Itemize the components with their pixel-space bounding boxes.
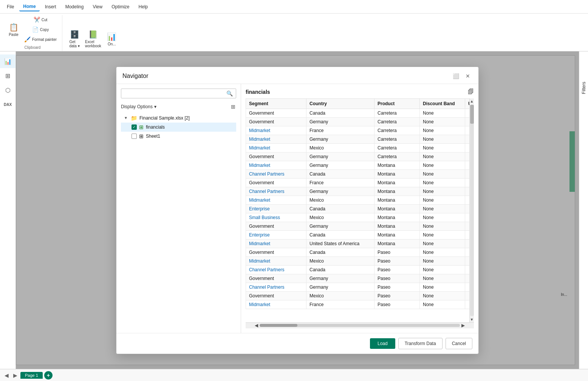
cell-discount_band-13: None <box>420 222 465 230</box>
cell-units-5 <box>465 152 470 161</box>
copy-button[interactable]: 📄 Copy <box>22 25 59 34</box>
cell-country-20: Germany <box>306 283 374 291</box>
clipboard-label: Clipboard <box>25 45 41 50</box>
col-discount-band[interactable]: Discount Band <box>420 98 465 109</box>
tree-item-financials[interactable]: ✓ ⊞ financials <box>121 123 236 132</box>
on-data-button[interactable]: 📊 On... <box>104 31 119 48</box>
cell-country-3: Germany <box>306 135 374 143</box>
horizontal-scrollbar[interactable]: ◀ ▶ <box>246 322 474 328</box>
cell-discount_band-6: None <box>420 161 465 170</box>
table-row: GovernmentGermanyCarreteraNone <box>246 152 470 161</box>
cancel-button[interactable]: Cancel <box>446 338 472 349</box>
table-header-row: Segment Country Product Discount Band Un… <box>246 98 470 109</box>
dax-view-button[interactable]: DAX <box>0 98 15 111</box>
excel-workbook-button[interactable]: 📗 Excelworkbook <box>83 28 104 50</box>
view-toggle-button[interactable]: ⊞ <box>230 103 236 110</box>
menu-file[interactable]: File <box>3 3 18 11</box>
cell-discount_band-8: None <box>420 178 465 187</box>
cell-discount_band-14: None <box>420 230 465 239</box>
main-content: 📊 ⊞ ⬡ DAX In... Navigator ⬜ ✕ <box>0 51 588 369</box>
cell-discount_band-19: None <box>420 274 465 283</box>
add-page-button[interactable]: + <box>44 371 53 379</box>
table-row: Channel PartnersGermanyPaseoNone <box>246 283 470 291</box>
cell-units-8 <box>465 178 470 187</box>
menu-modeling[interactable]: Modeling <box>62 3 88 11</box>
table-row: MidmarketUnited States of AmericaMontana… <box>246 239 470 248</box>
menu-bar: File Home Insert Modeling View Optimize … <box>0 0 588 14</box>
menu-home[interactable]: Home <box>19 2 39 11</box>
table-row: Small BusinessMexicoMontanaNone <box>246 213 470 222</box>
scroll-down-arrow[interactable]: ▼ <box>469 317 474 322</box>
dialog-titlebar: Navigator ⬜ ✕ <box>116 67 478 84</box>
table-row: MidmarketFrancePaseoNone <box>246 300 470 309</box>
format-painter-button[interactable]: 🖌️ Format painter <box>22 35 59 44</box>
bottom-bar: ◀ ▶ Page 1 + <box>0 369 588 381</box>
page-tab[interactable]: Page 1 <box>20 372 43 379</box>
cell-discount_band-22: None <box>420 300 465 309</box>
navigator-dialog: Navigator ⬜ ✕ 🔍 <box>116 67 479 354</box>
cell-segment-18: Channel Partners <box>246 265 306 274</box>
dialog-close-button[interactable]: ✕ <box>463 72 472 81</box>
menu-help[interactable]: Help <box>135 3 152 11</box>
menu-insert[interactable]: Insert <box>41 3 60 11</box>
cell-product-10: Montana <box>374 196 420 204</box>
menu-optimize[interactable]: Optimize <box>108 3 133 11</box>
ribbon-group-clipboard: 📋 Paste ✂️ Cut 📄 Copy 🖌️ Format painter … <box>3 15 62 51</box>
search-box[interactable]: 🔍 <box>121 89 236 98</box>
sheet1-checkbox[interactable] <box>132 134 137 139</box>
get-data-button[interactable]: 🗄️ Getdata ▾ <box>67 28 82 50</box>
cell-product-21: Paseo <box>374 291 420 300</box>
table-row: Channel PartnersCanadaPaseoNone <box>246 265 470 274</box>
scroll-track[interactable] <box>260 324 460 327</box>
table-row: Channel PartnersGermanyMontanaNone <box>246 187 470 196</box>
cell-units-12 <box>465 213 470 222</box>
scroll-up-arrow[interactable]: ▲ <box>469 98 474 104</box>
cell-country-18: Canada <box>306 265 374 274</box>
table-scroll-wrapper[interactable]: Segment Country Product Discount Band Un… <box>246 98 469 322</box>
search-input[interactable] <box>124 91 226 96</box>
cell-country-10: Mexico <box>306 196 374 204</box>
dialog-controls: ⬜ ✕ <box>451 72 472 81</box>
table-row: MidmarketMexicoPaseoNone <box>246 257 470 265</box>
search-icon[interactable]: 🔍 <box>226 90 233 96</box>
financials-checkbox[interactable]: ✓ <box>132 124 137 130</box>
table-with-scroll: Segment Country Product Discount Band Un… <box>246 98 474 322</box>
tree-root-item[interactable]: ▼ 📁 Financial Sample.xlsx [2] <box>121 114 236 123</box>
vert-scroll-track[interactable] <box>470 105 474 316</box>
dialog-restore-button[interactable]: ⬜ <box>451 72 460 81</box>
paste-button[interactable]: 📋 Paste <box>6 21 21 38</box>
cell-product-3: Carretera <box>374 135 420 143</box>
cell-units-2 <box>465 126 470 135</box>
cell-discount_band-5: None <box>420 152 465 161</box>
cell-country-4: Mexico <box>306 143 374 152</box>
display-options-button[interactable]: Display Options ▾ <box>121 104 156 109</box>
cell-units-4 <box>465 143 470 152</box>
cell-discount_band-3: None <box>420 135 465 143</box>
model-view-button[interactable]: ⬡ <box>0 83 15 97</box>
cell-segment-21: Government <box>246 291 306 300</box>
col-product[interactable]: Product <box>374 98 420 109</box>
menu-view[interactable]: View <box>89 3 106 11</box>
report-view-button[interactable]: 📊 <box>0 54 15 68</box>
col-country[interactable]: Country <box>306 98 374 109</box>
vertical-scrollbar[interactable]: ▲ ▼ <box>469 98 474 322</box>
cell-units-13 <box>465 222 470 230</box>
cell-country-9: Germany <box>306 187 374 196</box>
table-row: MidmarketGermanyMontanaNone <box>246 161 470 170</box>
cut-button[interactable]: ✂️ Cut <box>22 15 59 24</box>
excel-label: Excelworkbook <box>85 40 101 48</box>
tree-item-sheet1[interactable]: ⊞ Sheet1 <box>121 132 236 141</box>
page-next-button[interactable]: ▶ <box>12 372 19 379</box>
scroll-left-arrow[interactable]: ◀ <box>253 323 260 328</box>
table-view-button[interactable]: ⊞ <box>0 69 15 82</box>
cell-units-11 <box>465 204 470 213</box>
transform-data-button[interactable]: Transform Data <box>398 338 443 349</box>
page-prev-button[interactable]: ◀ <box>3 372 10 379</box>
get-data-icon: 🗄️ <box>70 30 79 39</box>
filters-label: Filters <box>581 82 586 94</box>
cell-country-11: Canada <box>306 204 374 213</box>
scroll-right-arrow[interactable]: ▶ <box>460 323 466 328</box>
load-button[interactable]: Load <box>370 338 395 349</box>
col-segment[interactable]: Segment <box>246 98 306 109</box>
col-units[interactable]: Un... <box>465 98 470 109</box>
